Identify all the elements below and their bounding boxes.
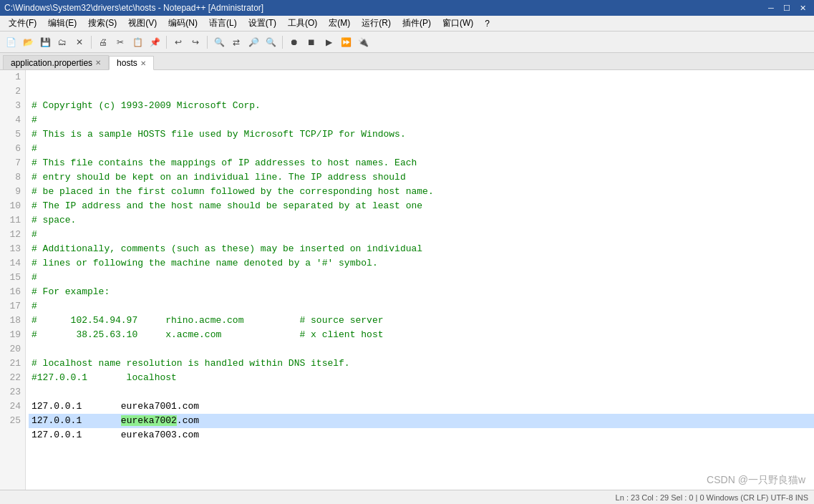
line-number: 8 — [0, 170, 25, 185]
line-number: 20 — [0, 342, 25, 357]
code-line[interactable]: #127.0.0.1 localhost — [29, 371, 814, 385]
menu-run[interactable]: 运行(R) — [356, 16, 397, 31]
line-number: 4 — [0, 113, 25, 127]
code-line[interactable]: # — [29, 271, 814, 285]
macro-play-button[interactable]: ▶ — [321, 34, 336, 50]
tab-label-app: application.properties — [11, 58, 92, 68]
save-all-button[interactable]: 🗂 — [54, 34, 70, 50]
code-line[interactable]: # Copyright (c) 1993-2009 Microsoft Corp… — [29, 99, 814, 113]
tab-close-app[interactable]: ✕ — [95, 59, 101, 67]
menu-language[interactable]: 语言(L) — [203, 16, 243, 31]
menu-search[interactable]: 搜索(S) — [82, 16, 122, 31]
code-content[interactable]: # Copyright (c) 1993-2009 Microsoft Corp… — [26, 70, 814, 490]
undo-button[interactable]: ↩ — [170, 34, 186, 50]
close-tab-button[interactable]: ✕ — [72, 34, 87, 50]
code-line[interactable]: # entry should be kept on an individual … — [29, 170, 814, 185]
macro-record-button[interactable]: ⏺ — [286, 34, 302, 50]
plugin-button[interactable]: 🔌 — [355, 34, 371, 50]
line-number: 15 — [0, 271, 25, 285]
menu-edit[interactable]: 编辑(E) — [42, 16, 82, 31]
copy-button[interactable]: 📋 — [130, 34, 145, 50]
code-line[interactable]: # localhost name resolution is handled w… — [29, 357, 814, 371]
code-line[interactable]: # — [29, 299, 814, 314]
menu-tools[interactable]: 工具(O) — [282, 16, 323, 31]
new-button[interactable]: 📄 — [3, 34, 19, 50]
menu-help[interactable]: ? — [479, 16, 495, 31]
code-line[interactable]: # Additionally, comments (such as these)… — [29, 242, 814, 256]
highlighted-word: eureka7002 — [121, 415, 177, 426]
code-line[interactable]: # lines or following the machine name de… — [29, 256, 814, 271]
code-line[interactable]: # — [29, 142, 814, 156]
restore-button[interactable]: ☐ — [780, 1, 794, 14]
line-number: 2 — [0, 84, 25, 99]
title-bar-controls: ─ ☐ ✕ — [764, 1, 810, 14]
separator-1 — [91, 36, 92, 49]
toolbar: 📄 📂 💾 🗂 ✕ 🖨 ✂ 📋 📌 ↩ ↪ 🔍 ⇄ 🔎 🔍 ⏺ ⏹ ▶ ⏩ 🔌 — [0, 32, 814, 53]
line-number: 25 — [0, 414, 25, 428]
status-info: Ln : 23 Col : 29 Sel : 0 | 0 Windows (CR… — [616, 493, 808, 502]
line-number: 1 — [0, 70, 25, 84]
save-button[interactable]: 💾 — [37, 34, 53, 50]
menu-window[interactable]: 窗口(W) — [437, 16, 479, 31]
line-number: 12 — [0, 228, 25, 242]
line-number: 13 — [0, 242, 25, 256]
macro-stop-button[interactable]: ⏹ — [304, 34, 319, 50]
code-line[interactable] — [29, 442, 814, 457]
paste-button[interactable]: 📌 — [147, 34, 163, 50]
line-number: 11 — [0, 213, 25, 228]
tab-label-hosts: hosts — [117, 58, 137, 68]
tab-close-hosts[interactable]: ✕ — [140, 59, 146, 67]
code-line[interactable]: # The IP address and the host name shoul… — [29, 199, 814, 213]
app-window: C:\Windows\System32\drivers\etc\hosts - … — [0, 0, 814, 504]
redo-button[interactable]: ↪ — [188, 34, 203, 50]
menu-plugin[interactable]: 插件(P) — [397, 16, 437, 31]
editor[interactable]: 1234567891011121314151617181920212223242… — [0, 70, 814, 490]
code-line[interactable]: # For example: — [29, 285, 814, 299]
code-line[interactable]: 127.0.0.1 eureka7003.com — [29, 428, 814, 442]
line-number: 7 — [0, 156, 25, 170]
line-number: 10 — [0, 199, 25, 213]
close-button[interactable]: ✕ — [795, 1, 810, 14]
tab-application-properties[interactable]: application.properties ✕ — [3, 55, 109, 69]
line-number: 14 — [0, 256, 25, 271]
menu-encode[interactable]: 编码(N) — [163, 16, 203, 31]
menu-file[interactable]: 文件(F) — [3, 16, 42, 31]
find-button[interactable]: 🔍 — [211, 34, 227, 50]
line-number: 18 — [0, 314, 25, 328]
menu-view[interactable]: 视图(V) — [122, 16, 163, 31]
code-line[interactable]: # — [29, 228, 814, 242]
line-number: 21 — [0, 357, 25, 371]
code-line[interactable]: 127.0.0.1 eureka7001.com — [29, 399, 814, 414]
replace-button[interactable]: ⇄ — [228, 34, 244, 50]
open-button[interactable]: 📂 — [20, 34, 36, 50]
cut-button[interactable]: ✂ — [112, 34, 128, 50]
menu-macro[interactable]: 宏(M) — [323, 16, 356, 31]
line-number: 23 — [0, 385, 25, 399]
title-bar-text: C:\Windows\System32\drivers\etc\hosts - … — [4, 3, 263, 13]
zoom-out-button[interactable]: 🔍 — [263, 34, 278, 50]
print-button[interactable]: 🖨 — [95, 34, 111, 50]
line-number: 5 — [0, 127, 25, 142]
code-line[interactable]: # 38.25.63.10 x.acme.com # x client host — [29, 328, 814, 342]
code-line[interactable]: # space. — [29, 213, 814, 228]
macro-run-button[interactable]: ⏩ — [338, 34, 354, 50]
minimize-button[interactable]: ─ — [764, 1, 778, 14]
code-line[interactable] — [29, 342, 814, 357]
tab-hosts[interactable]: hosts ✕ — [109, 56, 154, 70]
line-number: 6 — [0, 142, 25, 156]
tab-bar: application.properties ✕ hosts ✕ — [0, 53, 814, 70]
zoom-in-button[interactable]: 🔎 — [246, 34, 261, 50]
code-line[interactable] — [29, 385, 814, 399]
menu-settings[interactable]: 设置(T) — [243, 16, 282, 31]
code-line[interactable]: # This is a sample HOSTS file used by Mi… — [29, 127, 814, 142]
code-line[interactable]: # be placed in the first column followed… — [29, 185, 814, 199]
code-line[interactable]: # — [29, 113, 814, 127]
code-line[interactable]: # This file contains the mappings of IP … — [29, 156, 814, 170]
separator-4 — [282, 36, 283, 49]
line-number: 9 — [0, 185, 25, 199]
menu-bar: 文件(F) 编辑(E) 搜索(S) 视图(V) 编码(N) 语言(L) 设置(T… — [0, 16, 814, 32]
line-number: 19 — [0, 328, 25, 342]
code-line[interactable]: # 102.54.94.97 rhino.acme.com # source s… — [29, 314, 814, 328]
line-number: 16 — [0, 285, 25, 299]
code-line[interactable]: 127.0.0.1 eureka7002.com — [29, 414, 814, 428]
